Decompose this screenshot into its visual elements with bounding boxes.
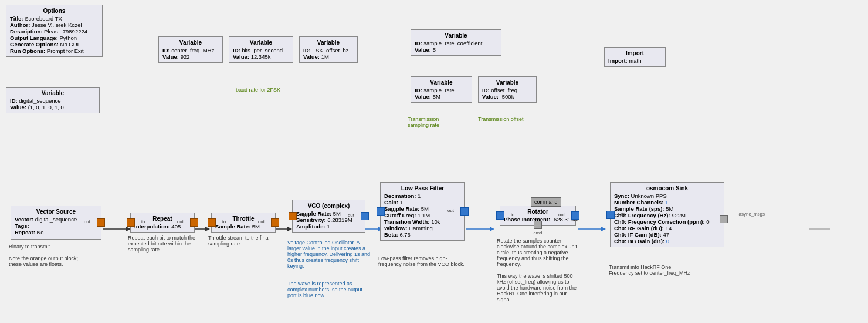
lpf-dec: Decimation: 1 [384, 193, 461, 199]
vector-source-out-port[interactable] [97, 218, 105, 227]
lpf-in-port[interactable] [377, 207, 385, 216]
var-ds-title: Variable [10, 90, 96, 96]
rotator-in-port[interactable] [496, 211, 504, 220]
var-src-id: ID: sample_rate_coefficient [415, 40, 497, 46]
var-bps-id: ID: bits_per_second [233, 47, 289, 53]
import-value-row: Import: math [608, 58, 662, 64]
vector-source-block[interactable]: Vector Source Vector: digital_sequence T… [11, 206, 101, 240]
vs-annotation: Binary to transmit.Note the orange outpu… [9, 244, 103, 267]
var-bps-title: Variable [233, 39, 289, 46]
vs-repeat: Repeat: No [15, 229, 97, 235]
transmission-offset-annotation: Transmission offset [478, 116, 537, 122]
svg-marker-3 [205, 227, 210, 231]
var-of-id: ID: offset_freq [482, 87, 533, 93]
osmocom-async-label: async_msgs [739, 211, 765, 217]
var-src-title: Variable [415, 32, 497, 39]
lpf-block[interactable]: in Low Pass Filter Decimation: 1 Gain: 1… [380, 182, 465, 241]
var-of-value: Value: -500k [482, 93, 533, 100]
lpf-annotation: Low-pass filter removes high-frequency n… [378, 255, 466, 267]
osmocom-async-port[interactable] [720, 215, 728, 223]
repeat-in-port[interactable] [127, 218, 135, 227]
options-lang-row: Output Language: Python [10, 35, 99, 41]
variable-center-freq-block: Variable ID: center_freq_MHz Value: 922 [158, 36, 223, 63]
lpf-window: Window: Hamming [384, 225, 461, 231]
osmocom-sink-block[interactable]: in osmocom Sink Sync: Unknown PPS Number… [610, 182, 724, 247]
repeat-in-label: in [141, 219, 145, 224]
variable-digital-sequence-block: Variable ID: digital_sequence Value: (1,… [6, 87, 100, 113]
var-fsk-id: ID: FSK_offset_hz [303, 47, 354, 53]
var-cf-value: Value: 922 [162, 53, 219, 60]
var-of-title: Variable [482, 79, 533, 86]
variable-of-block: Variable ID: offset_freq Value: -500k [478, 76, 537, 103]
vco-in-label: in [303, 213, 307, 218]
variable-sr-block: Variable ID: sample_rate Value: 5M [411, 76, 472, 103]
throttle-in-label: in [222, 219, 226, 224]
variable-fsk-block: Variable ID: FSK_offset_hz Value: 1M [299, 36, 358, 63]
svg-marker-9 [490, 227, 494, 231]
vco-title: VCO (complex) [296, 203, 361, 209]
import-title: Import [608, 50, 662, 56]
rotator-block[interactable]: in Rotator Phase Increment: -628.319m ou… [500, 206, 576, 226]
osm-freq: Ch0: Frequency (Hz): 922M [614, 212, 720, 218]
throttle-out-label: out [258, 219, 265, 224]
options-gen-row: Generate Options: No GUI [10, 41, 99, 48]
svg-marker-11 [601, 227, 606, 231]
var-cf-id: ID: center_freq_MHz [162, 47, 219, 53]
vco-annotation1: Voltage Controlled Oscillator. A larger … [287, 240, 372, 269]
throttle-out-port[interactable] [271, 218, 279, 227]
rotator-out-label: out [558, 212, 565, 217]
options-desc-row: Description: Pleas...79892224 [10, 28, 99, 35]
repeat-out-port[interactable] [190, 218, 198, 227]
vco-in-port[interactable] [289, 212, 297, 220]
options-block: Options Title: Scoreboard TX Author: Jes… [6, 5, 103, 57]
lpf-gain: Gain: 1 [384, 199, 461, 206]
lpf-out-port[interactable] [460, 207, 469, 216]
svg-marker-5 [287, 227, 292, 231]
throttle-block[interactable]: in Throttle Sample Rate: 5M out [211, 213, 276, 233]
import-block: Import Import: math [604, 47, 666, 67]
options-title: Options [10, 8, 99, 14]
vco-out-label: out [348, 213, 354, 218]
repeat-annotation: Repeat each bit to match the expected bi… [128, 235, 198, 253]
osmocom-in-label: in [621, 211, 625, 217]
rotator-cmd-port[interactable] [534, 221, 542, 229]
osmocom-in-port[interactable] [606, 211, 615, 219]
vector-source-out-label: out [84, 219, 90, 224]
options-author-row: Author: Jesse V...erek Kozel [10, 22, 99, 28]
var-sr-title: Variable [415, 79, 468, 86]
lpf-title: Low Pass Filter [384, 185, 461, 191]
variable-src-block: Variable ID: sample_rate_coefficient Val… [411, 29, 501, 56]
osm-freq-corr: Ch0: Frequency Correction (ppm): 0 [614, 218, 720, 225]
throttle-annotation: Throttle stream to the final sampling ra… [208, 235, 279, 247]
var-sr-id: ID: sample_rate [415, 87, 468, 93]
options-title-row: Title: Scoreboard TX [10, 15, 99, 22]
var-src-value: Value: 5 [415, 46, 497, 53]
vco-annotation2: The wave is represented as complex numbe… [287, 281, 372, 298]
options-run-row: Run Options: Prompt for Exit [10, 48, 99, 54]
vco-block[interactable]: in VCO (complex) Sample Rate: 5M Sensiti… [292, 200, 365, 233]
var-cf-title: Variable [162, 39, 219, 46]
var-fsk-title: Variable [303, 39, 354, 46]
lpf-in-label: in [391, 208, 395, 213]
throttle-in-port[interactable] [208, 218, 216, 227]
baud-rate-annotation: baud rate for 2FSK [223, 87, 293, 93]
osmocom-annotation: Transmit into HackRF One.Frequency set t… [609, 264, 720, 276]
osm-rf: Ch0: RF Gain (dB): 14 [614, 225, 720, 231]
rotator-cmd-label: cmd [533, 230, 542, 235]
var-ds-id: ID: digital_sequence [10, 97, 96, 104]
osm-if: Ch0: IF Gain (dB): 47 [614, 231, 720, 238]
osm-ch: Number Channels: 1 [614, 199, 720, 206]
command-label: command [531, 197, 561, 207]
repeat-block[interactable]: in Repeat Interpolation: 405 out [130, 213, 195, 233]
vco-amp: Amplitude: 1 [296, 223, 361, 230]
osm-bb: Ch0: BB Gain (dB): 0 [614, 238, 720, 244]
osm-sync: Sync: Unknown PPS [614, 193, 720, 199]
rotator-out-port[interactable] [571, 211, 579, 220]
osm-sr: Sample Rate (sps): 5M [614, 206, 720, 212]
variable-bps-block: Variable ID: bits_per_second Value: 12.3… [229, 36, 293, 63]
vco-out-port[interactable] [361, 212, 369, 220]
rotator-annotation: Rotate the samples counter-clockwise aro… [497, 238, 582, 302]
var-bps-value: Value: 12.345k [233, 53, 289, 60]
osmocom-title: osmocom Sink [614, 185, 720, 191]
var-sr-value: Value: 5M [415, 93, 468, 100]
